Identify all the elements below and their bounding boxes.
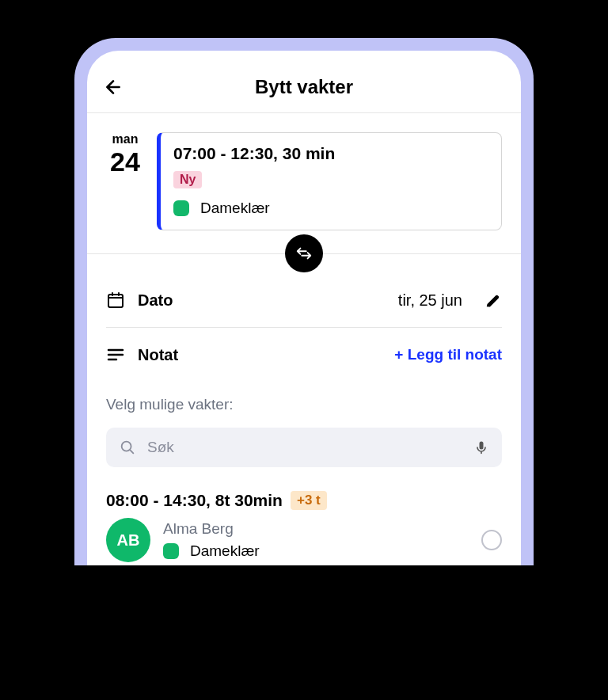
- person-info: Alma Berg Dameklær: [163, 520, 469, 560]
- calendar-icon: [106, 291, 125, 310]
- shift-list-item[interactable]: 08:00 - 14:30, 8t 30min +3 t AB Alma Ber…: [87, 481, 521, 565]
- note-label: Notat: [138, 346, 382, 364]
- shift-card[interactable]: 07:00 - 12:30, 30 min Ny Dameklær: [157, 132, 502, 230]
- note-row: Notat + Legg til notat: [87, 328, 521, 382]
- page-title: Bytt vakter: [103, 76, 505, 98]
- person-row: AB Alma Berg Dameklær: [106, 518, 502, 565]
- arrow-left-icon: [103, 77, 124, 97]
- avatar: AB: [106, 518, 150, 562]
- shift-item-time: 08:00 - 14:30, 8t 30min: [106, 491, 283, 510]
- pencil-icon[interactable]: [484, 291, 502, 309]
- svg-rect-0: [108, 295, 123, 307]
- phone-frame: Bytt vakter man 24 07:00 - 12:30, 30 min…: [74, 38, 534, 565]
- notes-icon: [106, 345, 125, 364]
- search-input[interactable]: [147, 439, 462, 456]
- svg-rect-2: [480, 442, 484, 450]
- date-row[interactable]: Dato tir, 25 jun: [87, 273, 521, 327]
- day-number: 24: [110, 148, 140, 175]
- swap-icon-badge: [285, 234, 323, 272]
- category-row: Dameklær: [173, 200, 488, 217]
- day-label: man: [112, 132, 139, 146]
- category-color-dot: [163, 543, 179, 559]
- swap-horizontal-icon: [295, 245, 313, 262]
- category-label: Dameklær: [200, 200, 270, 217]
- shift-item-header: 08:00 - 14:30, 8t 30min +3 t: [106, 491, 502, 510]
- person-name: Alma Berg: [163, 520, 469, 538]
- search-icon: [119, 439, 136, 456]
- header: Bytt vakter: [87, 67, 521, 112]
- phone-screen: Bytt vakter man 24 07:00 - 12:30, 30 min…: [87, 51, 521, 565]
- extra-time-badge: +3 t: [291, 491, 327, 510]
- microphone-icon[interactable]: [473, 439, 489, 455]
- status-badge-new: Ny: [173, 171, 202, 188]
- date-column: man 24: [106, 132, 144, 230]
- date-value: tir, 25 jun: [398, 291, 462, 310]
- possible-shifts-label: Velg mulige vakter:: [87, 382, 521, 424]
- category-label: Dameklær: [190, 542, 260, 560]
- select-radio[interactable]: [481, 530, 502, 550]
- current-shift-section: man 24 07:00 - 12:30, 30 min Ny Dameklær: [87, 113, 521, 230]
- person-category-row: Dameklær: [163, 542, 469, 560]
- search-box[interactable]: [106, 428, 502, 467]
- date-label: Dato: [138, 291, 386, 310]
- swap-separator: [87, 234, 521, 273]
- shift-time: 07:00 - 12:30, 30 min: [173, 144, 488, 163]
- add-note-link[interactable]: + Legg til notat: [394, 346, 502, 363]
- category-color-dot: [173, 200, 189, 216]
- back-button[interactable]: [103, 77, 124, 97]
